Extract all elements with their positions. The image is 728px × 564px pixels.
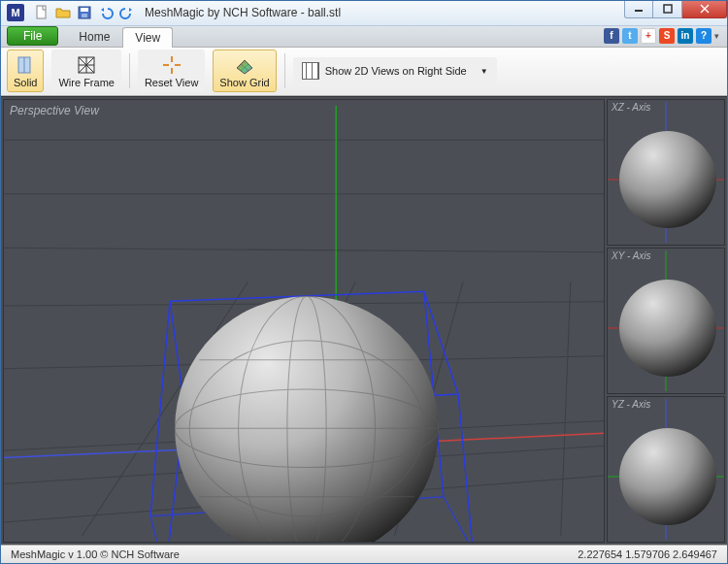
show-grid-label: Show Grid: [219, 77, 269, 88]
linkedin-icon[interactable]: in: [678, 28, 693, 44]
svg-rect-5: [664, 5, 672, 13]
svg-point-52: [619, 428, 716, 525]
show-grid-icon: [234, 54, 255, 76]
window-controls: [624, 0, 727, 18]
tab-strip: File Home View ft+Sin?▾: [1, 26, 727, 48]
reset-view-label: Reset View: [145, 77, 198, 88]
svg-line-30: [4, 248, 604, 252]
ribbon-separator: [129, 53, 130, 88]
svg-line-33: [150, 301, 170, 515]
redo-icon[interactable]: [119, 5, 135, 20]
reset-view-icon: [161, 54, 182, 76]
perspective-scene: [4, 100, 604, 542]
wireframe-icon: [76, 54, 97, 76]
miniview-yz-axis[interactable]: YZ - Axis: [607, 396, 725, 543]
reset-view-button[interactable]: Reset View: [138, 50, 205, 92]
quick-access-toolbar: [34, 5, 135, 20]
chevron-down-icon: ▼: [480, 67, 488, 76]
svg-rect-2: [81, 8, 88, 12]
svg-point-49: [619, 280, 716, 377]
solid-icon: [15, 54, 36, 76]
file-menu-button[interactable]: File: [7, 26, 58, 46]
miniview-label: XZ - Axis: [612, 102, 650, 113]
window-title: MeshMagic by NCH Software - ball.stl: [145, 6, 341, 19]
show-2d-label: Show 2D Views on Right Side: [325, 65, 467, 77]
status-product: MeshMagic v 1.00 © NCH Software: [11, 548, 180, 560]
svg-line-35: [458, 394, 473, 542]
new-file-icon[interactable]: [34, 5, 50, 20]
wireframe-button[interactable]: Wire Frame: [51, 50, 120, 92]
help-dropdown-icon[interactable]: ▾: [714, 31, 719, 41]
miniview-label: XY - Axis: [612, 250, 651, 261]
wireframe-label: Wire Frame: [58, 77, 114, 88]
viewport-label: Perspective View: [10, 104, 99, 117]
close-button[interactable]: [682, 0, 727, 18]
perspective-viewport[interactable]: Perspective View: [3, 99, 605, 543]
facebook-icon[interactable]: f: [604, 28, 619, 44]
svg-line-27: [561, 282, 571, 536]
miniview-xy-axis[interactable]: XY - Axis: [607, 248, 725, 394]
show-grid-button[interactable]: Show Grid: [213, 50, 276, 92]
undo-icon[interactable]: [98, 5, 114, 20]
title-bar: M MeshMagic by NCH Software - ball.stl: [1, 1, 727, 26]
app-icon: M: [7, 4, 24, 21]
svg-point-46: [619, 131, 716, 228]
layout-icon: [302, 62, 319, 80]
minimize-button[interactable]: [624, 0, 653, 18]
miniview-label: YZ - Axis: [612, 399, 650, 410]
status-bar: MeshMagic v 1.00 © NCH Software 2.227654…: [1, 545, 727, 563]
svg-rect-3: [82, 14, 87, 17]
miniview-xz-axis[interactable]: XZ - Axis: [607, 99, 725, 246]
social-icons: ft+Sin?▾: [604, 28, 719, 44]
workspace: Perspective View: [1, 96, 727, 545]
save-icon[interactable]: [77, 5, 92, 20]
ribbon-separator: [284, 53, 285, 88]
tab-view[interactable]: View: [122, 27, 173, 48]
show-2d-views-button[interactable]: Show 2D Views on Right Side ▼: [293, 57, 497, 84]
svg-rect-0: [37, 6, 46, 18]
solid-button[interactable]: Solid: [7, 50, 44, 92]
side-panel: XZ - AxisXY - AxisYZ - Axis: [607, 97, 727, 545]
google-icon[interactable]: +: [641, 28, 656, 44]
twitter-icon[interactable]: t: [622, 28, 638, 44]
open-folder-icon[interactable]: [55, 5, 71, 20]
solid-label: Solid: [14, 77, 37, 88]
maximize-button[interactable]: [653, 0, 682, 18]
ribbon: Solid Wire Frame Reset View Show Grid Sh…: [1, 48, 727, 96]
status-coords: 2.227654 1.579706 2.649467: [578, 548, 717, 560]
help-icon[interactable]: ?: [696, 28, 711, 44]
stumble-icon[interactable]: S: [659, 28, 675, 44]
tab-home[interactable]: Home: [66, 26, 122, 47]
